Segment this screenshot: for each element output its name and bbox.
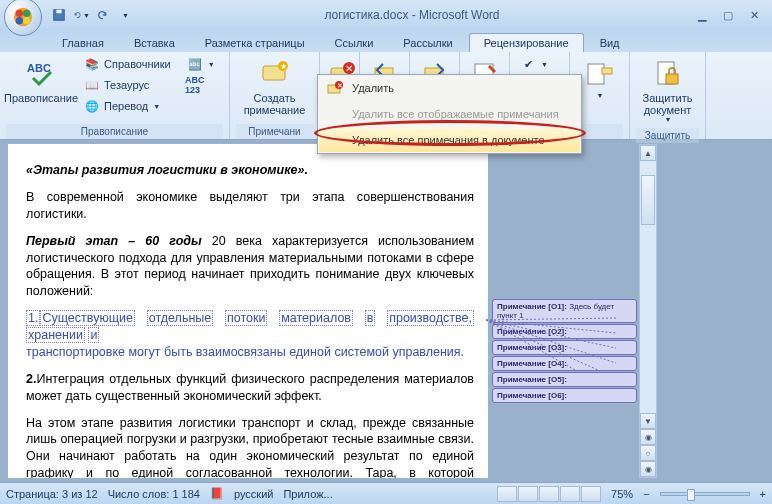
view-print-layout[interactable] [497, 486, 517, 502]
qat-save[interactable] [50, 6, 68, 24]
view-draft[interactable] [581, 486, 601, 502]
doc-para: На этом этапе развития логистики транспо… [26, 415, 474, 479]
qat-redo[interactable] [94, 6, 112, 24]
doc-para: Первый этап – 60 годы 20 века характериз… [26, 233, 474, 301]
group-label-proofing: Правописание [6, 124, 223, 139]
menu-delete-all[interactable]: Удалить все примечания в документе [319, 128, 580, 152]
svg-point-2 [23, 10, 30, 17]
tab-view[interactable]: Вид [586, 34, 634, 52]
status-language[interactable]: русский [234, 488, 273, 500]
next-page-button[interactable]: ◉ [640, 461, 656, 477]
set-language-button[interactable]: 🔤▼ [183, 54, 219, 74]
accept-icon: ✔ [520, 56, 536, 72]
menu-delete[interactable]: ✕ Удалить [318, 75, 581, 101]
svg-point-1 [16, 10, 23, 17]
doc-para: 2.2.Интеграция отдельных функций физичес… [26, 371, 474, 405]
browse-object-button[interactable]: ○ [640, 445, 656, 461]
comment-balloon[interactable]: Примечание [O2]: [492, 324, 637, 339]
close-button[interactable]: ✕ [742, 6, 766, 24]
zoom-level[interactable]: 75% [611, 488, 633, 500]
qat-customize[interactable]: ▼ [116, 6, 134, 24]
doc-heading: «Этапы развития логистики в экономике». [26, 162, 474, 179]
research-button[interactable]: 📚Справочники [80, 54, 175, 74]
comments-panel: Примечание [O1]: Здесь будет пункт 1 При… [492, 144, 637, 478]
thesaurus-button[interactable]: 📖Тезаурус [80, 75, 175, 95]
tab-insert[interactable]: Вставка [120, 34, 189, 52]
svg-point-4 [23, 17, 30, 24]
svg-text:★: ★ [280, 62, 287, 71]
books-icon: 📚 [84, 56, 100, 72]
svg-point-0 [14, 8, 32, 26]
zoom-out-button[interactable]: − [643, 488, 649, 500]
new-comment-icon: ★ [259, 58, 291, 90]
scroll-up-button[interactable]: ▲ [640, 145, 656, 161]
word-count-icon: ABC123 [187, 77, 203, 93]
zoom-slider[interactable] [660, 492, 750, 496]
tab-page-layout[interactable]: Разметка страницы [191, 34, 319, 52]
tab-review[interactable]: Рецензирование [469, 33, 584, 52]
view-web-layout[interactable] [539, 486, 559, 502]
comment-balloon[interactable]: Примечание [O5]: [492, 372, 637, 387]
office-logo-icon [12, 6, 34, 28]
view-full-screen[interactable] [518, 486, 538, 502]
minimize-button[interactable]: ▁ [690, 6, 714, 24]
delete-comment-menu: ✕ Удалить Удалить все отображаемые приме… [317, 74, 582, 154]
view-outline[interactable] [560, 486, 580, 502]
translate-button[interactable]: 🌐Перевод▼ [80, 96, 175, 116]
undo-icon [72, 8, 82, 22]
zoom-knob[interactable] [687, 489, 695, 501]
prev-page-button[interactable]: ◉ [640, 429, 656, 445]
view-buttons [497, 486, 601, 502]
vertical-scrollbar[interactable]: ▲ ▼ ◉ ○ ◉ [639, 144, 657, 478]
balloons-button[interactable]: ▼ [576, 54, 623, 104]
scroll-down-button[interactable]: ▼ [640, 413, 656, 429]
thesaurus-icon: 📖 [84, 77, 100, 93]
doc-para: В современной экономике выделяют три эта… [26, 189, 474, 223]
protect-icon [652, 58, 684, 90]
language-icon: 🔤 [187, 56, 203, 72]
document-area: «Этапы развития логистики в экономике». … [0, 140, 772, 482]
spelling-button[interactable]: ABC Правописание [6, 54, 76, 108]
redo-icon [96, 8, 110, 22]
chevron-down-icon: ▼ [122, 12, 129, 19]
status-words[interactable]: Число слов: 1 184 [108, 488, 200, 500]
comment-balloon[interactable]: Примечание [O3]: [492, 340, 637, 355]
svg-rect-6 [56, 10, 61, 14]
doc-commented-line: 1.Существующие отдельные потоки материал… [26, 310, 474, 361]
save-icon [52, 8, 66, 22]
maximize-button[interactable]: ▢ [716, 6, 740, 24]
comment-balloon[interactable]: Примечание [O4]: [492, 356, 637, 371]
tab-home[interactable]: Главная [48, 34, 118, 52]
svg-text:ABC: ABC [27, 62, 51, 74]
status-page[interactable]: Страница: 3 из 12 [6, 488, 98, 500]
status-attach[interactable]: Прилож... [283, 488, 332, 500]
tab-references[interactable]: Ссылки [321, 34, 388, 52]
document-page[interactable]: «Этапы развития логистики в экономике». … [8, 144, 488, 478]
protect-document-button[interactable]: Защитить документ▼ [636, 54, 699, 128]
window-title: логистика.docx - Microsoft Word [134, 8, 690, 22]
word-count-button[interactable]: ABC123 [183, 75, 219, 95]
status-proofing-icon[interactable]: 📕 [210, 487, 224, 500]
svg-text:✕: ✕ [337, 82, 343, 89]
ribbon: ABC Правописание 📚Справочники 📖Тезаурус … [0, 52, 772, 140]
qat-undo[interactable]: ▼ [72, 6, 90, 24]
comment-balloon[interactable]: Примечание [O6]: [492, 388, 637, 403]
accept-button[interactable]: ✔▼ [516, 54, 552, 74]
svg-text:✕: ✕ [345, 63, 353, 74]
group-label-comments: Примечани [236, 124, 313, 139]
translate-icon: 🌐 [84, 98, 100, 114]
tab-mailings[interactable]: Рассылки [389, 34, 466, 52]
status-bar: Страница: 3 из 12 Число слов: 1 184 📕 ру… [0, 482, 772, 504]
group-label-protect: Защитить [636, 128, 699, 143]
svg-rect-18 [602, 68, 612, 74]
svg-rect-20 [666, 74, 678, 84]
balloons-icon [584, 58, 616, 90]
abc-check-icon: ABC [25, 58, 57, 90]
menu-delete-shown: Удалить все отображаемые примечания [318, 101, 581, 127]
comment-balloon[interactable]: Примечание [O1]: Здесь будет пункт 1 [492, 299, 637, 323]
new-comment-button[interactable]: ★ Создать примечание [236, 54, 313, 120]
scroll-thumb[interactable] [641, 175, 655, 225]
zoom-in-button[interactable]: + [760, 488, 766, 500]
svg-point-3 [16, 17, 23, 24]
delete-icon: ✕ [326, 80, 344, 96]
